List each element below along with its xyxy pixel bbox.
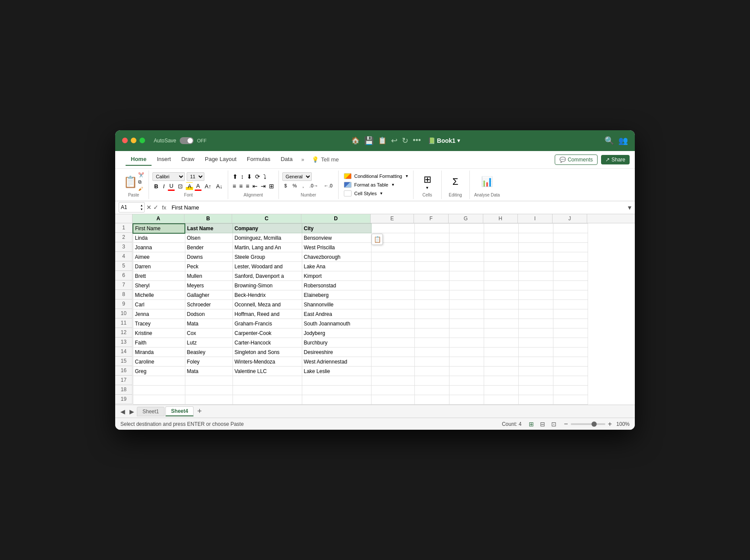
cell-C1[interactable]: Company [233, 224, 302, 233]
cell-J10[interactable] [553, 309, 588, 319]
row-header-1[interactable]: 1 [115, 223, 133, 233]
zoom-out-btn[interactable]: − [564, 420, 568, 428]
cell-I1[interactable] [518, 224, 553, 233]
row-header-14[interactable]: 14 [115, 347, 133, 357]
cell-J12[interactable] [553, 328, 588, 338]
cell-B7[interactable]: Meyers [185, 281, 233, 290]
cell-D16[interactable]: Lake Leslie [302, 367, 371, 376]
formula-expand-btn[interactable]: ▾ [628, 203, 631, 212]
copy-icon[interactable]: ⧉ [138, 179, 144, 185]
cell-F13[interactable] [414, 338, 449, 348]
cell-F18[interactable] [414, 386, 449, 395]
cell-D18[interactable] [302, 386, 371, 395]
cell-E12[interactable] [371, 328, 414, 338]
more-icon[interactable]: ••• [413, 136, 421, 145]
cell-G15[interactable] [449, 357, 484, 367]
cell-D15[interactable]: West Adriennestad [302, 357, 371, 367]
cell-J18[interactable] [553, 386, 588, 395]
search-icon[interactable]: 🔍 [605, 136, 614, 145]
increase-font-btn[interactable]: A↑ [203, 182, 213, 190]
cell-C3[interactable]: Martin, Lang and An [233, 243, 302, 252]
cell-E18[interactable] [371, 386, 414, 395]
cell-G13[interactable] [449, 338, 484, 348]
col-header-E[interactable]: E [371, 214, 414, 223]
row-header-18[interactable]: 18 [115, 385, 133, 395]
cell-ref-box[interactable]: A1 ▴▾ [119, 202, 145, 212]
tab-sheet1[interactable]: Sheet1 [137, 407, 165, 416]
page-view-btn[interactable]: ⊟ [538, 419, 547, 429]
align-top-btn[interactable]: ⬆ [232, 172, 239, 181]
cell-F19[interactable] [414, 395, 449, 405]
cell-D17[interactable] [302, 376, 371, 386]
cell-H3[interactable] [484, 243, 518, 252]
merge-btn[interactable]: ⊞ [268, 182, 275, 190]
cell-E14[interactable] [371, 348, 414, 357]
cell-J2[interactable] [553, 233, 588, 243]
cell-C16[interactable]: Valentine LLC [233, 367, 302, 376]
cell-H14[interactable] [484, 348, 518, 357]
cell-H12[interactable] [484, 328, 518, 338]
cell-J14[interactable] [553, 348, 588, 357]
align-center-btn[interactable]: ≡ [238, 182, 243, 190]
cell-I13[interactable] [518, 338, 553, 348]
cell-F9[interactable] [414, 300, 449, 309]
cell-C9[interactable]: Oconnell, Meza and [233, 300, 302, 309]
paste-button[interactable]: 📋 ✂️ ⧉ 🖌 [123, 172, 144, 191]
cell-C8[interactable]: Beck-Hendrix [233, 290, 302, 300]
cell-A2[interactable]: Linda [133, 233, 185, 243]
cell-D10[interactable]: East Andrea [302, 309, 371, 319]
tab-draw[interactable]: Draw [176, 153, 200, 166]
col-header-H[interactable]: H [483, 214, 518, 223]
cell-G9[interactable] [449, 300, 484, 309]
cell-A5[interactable]: Darren [133, 262, 185, 271]
underline-btn[interactable]: U [168, 182, 175, 191]
row-header-12[interactable]: 12 [115, 328, 133, 338]
cell-H16[interactable] [484, 367, 518, 376]
cell-H13[interactable] [484, 338, 518, 348]
cell-A3[interactable]: Joanna [133, 243, 185, 252]
cell-F4[interactable] [414, 252, 449, 262]
cell-J9[interactable] [553, 300, 588, 309]
cell-I12[interactable] [518, 328, 553, 338]
cell-G2[interactable] [449, 233, 484, 243]
cell-H5[interactable] [484, 262, 518, 271]
cell-F14[interactable] [414, 348, 449, 357]
cell-I3[interactable] [518, 243, 553, 252]
cell-A15[interactable]: Caroline [133, 357, 185, 367]
cell-F15[interactable] [414, 357, 449, 367]
cell-B14[interactable]: Beasley [185, 348, 233, 357]
page-layout-view-btn[interactable]: ⊡ [549, 419, 559, 429]
cell-B18[interactable] [185, 386, 233, 395]
cell-D12[interactable]: Jodyberg [302, 328, 371, 338]
cell-H9[interactable] [484, 300, 518, 309]
cell-F3[interactable] [414, 243, 449, 252]
col-header-J[interactable]: J [553, 214, 587, 223]
cell-B16[interactable]: Mata [185, 367, 233, 376]
decrease-indent-btn[interactable]: ⇤ [252, 182, 259, 190]
cell-E10[interactable] [371, 309, 414, 319]
cell-B6[interactable]: Mullen [185, 271, 233, 281]
cell-J1[interactable] [553, 224, 588, 233]
cell-J7[interactable] [553, 281, 588, 290]
cell-J16[interactable] [553, 367, 588, 376]
row-header-13[interactable]: 13 [115, 338, 133, 347]
increase-indent-btn[interactable]: ⇥ [260, 182, 267, 190]
cell-C2[interactable]: Dominguez, Mcmilla [233, 233, 302, 243]
zoom-in-btn[interactable]: + [608, 420, 612, 428]
cell-D19[interactable] [302, 395, 371, 405]
cell-A12[interactable]: Kristine [133, 328, 185, 338]
cell-D5[interactable]: Lake Ana [302, 262, 371, 271]
cell-G18[interactable] [449, 386, 484, 395]
row-header-7[interactable]: 7 [115, 280, 133, 290]
align-middle-btn[interactable]: ↕ [240, 172, 245, 181]
cell-I19[interactable] [518, 395, 553, 405]
cell-A18[interactable] [133, 386, 185, 395]
cell-F1[interactable] [414, 224, 449, 233]
cell-D8[interactable]: Elaineberg [302, 290, 371, 300]
col-header-F[interactable]: F [414, 214, 449, 223]
cell-C5[interactable]: Lester, Woodard and [233, 262, 302, 271]
cell-F11[interactable] [414, 319, 449, 328]
wrap-text-btn[interactable]: ⤵ [262, 172, 267, 181]
tab-formulas[interactable]: Formulas [242, 153, 275, 166]
collab-icon[interactable]: 👥 [618, 136, 628, 145]
